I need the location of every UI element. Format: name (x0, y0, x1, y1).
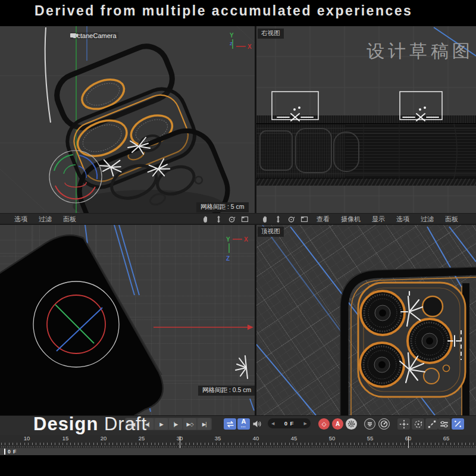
title-bar: Derived from multiple accumulated experi… (0, 0, 476, 26)
move-cross-icon (399, 419, 409, 429)
autokey-label: A (242, 419, 246, 424)
video-camera-icon (70, 32, 79, 39)
white-spline (45, 27, 51, 123)
pan-hand-icon[interactable] (261, 215, 269, 223)
play-button[interactable]: ▶ (155, 418, 168, 430)
move-tool-button[interactable] (397, 418, 410, 430)
maximize-view-icon[interactable] (241, 215, 249, 223)
scale-box-icon (427, 419, 437, 429)
speaker-icon (252, 420, 261, 428)
viewport-top-view[interactable]: 顶视图 (256, 225, 476, 415)
viewport-perspective[interactable]: Y X Z OctaneCamera 网格间距 : 5 cm (0, 26, 255, 213)
dolly-zoom-icon[interactable] (274, 215, 282, 223)
svg-text:Y: Y (226, 236, 230, 243)
ruler-tick: 45 (291, 435, 298, 441)
camera-label[interactable]: OctaneCamera (70, 32, 118, 39)
grid-spacing-label: 网格间距 : 5 cm (196, 202, 249, 212)
keying-settings-button[interactable] (346, 418, 357, 430)
frame-marker-line[interactable] (180, 436, 180, 448)
brand-light: Draft (98, 414, 147, 434)
lens-top-left (361, 291, 405, 335)
scale-tool-button[interactable] (425, 418, 438, 430)
timeline-frame-row[interactable]: 0 F (0, 448, 476, 455)
goto-end-button[interactable]: ▶| (198, 418, 211, 430)
viewport-back-view[interactable]: Y X Z 网格间距 : 0.5 cm (0, 225, 255, 415)
next-frame-button[interactable]: |▶ (169, 418, 182, 430)
lidar-circle (422, 296, 443, 317)
right-view-menubar: 查看 摄像机 显示 选项 过滤 面板 (256, 214, 476, 225)
lens-bottom-left (360, 343, 404, 387)
layer-settings-button[interactable] (438, 418, 450, 430)
brand-bold: Design (33, 414, 98, 434)
axis-triad: Y X Z (226, 236, 248, 262)
frame-increment[interactable]: ▶ (304, 421, 307, 426)
current-frame-handle[interactable] (4, 449, 5, 455)
current-frame-label: 0 F (8, 449, 17, 455)
rotate-view-icon[interactable] (228, 215, 236, 223)
ruler-tick: 20 (101, 435, 107, 441)
bottom-spacer (0, 455, 476, 476)
timeline-ruler[interactable]: 10 15 20 25 30 35 40 45 50 55 60 65 (0, 435, 476, 448)
rotate-tool-button[interactable] (412, 418, 424, 430)
viewport-menubar: 选项 过滤 面板 查看 摄像机 显示 选项 过滤 面板 (0, 213, 476, 224)
menu-options[interactable]: 选项 (14, 215, 27, 224)
cycle-arrows-icon (226, 421, 234, 428)
svg-text:Z: Z (230, 41, 233, 46)
maximize-view-icon[interactable] (300, 215, 308, 223)
axis-triad: Y X Z (230, 32, 252, 50)
flash-circle (424, 368, 439, 384)
viewport-name-label[interactable]: 顶视图 (258, 227, 284, 237)
perspective-menubar: 选项 过滤 面板 (0, 214, 255, 225)
ruler-tick: 25 (139, 435, 145, 441)
phone-body[interactable] (0, 235, 163, 415)
dolly-zoom-icon[interactable] (215, 215, 223, 223)
menu-filter[interactable]: 过滤 (39, 215, 52, 224)
ruler-tickmarks (0, 443, 476, 448)
c4d-workspace: Derived from multiple accumulated experi… (0, 0, 476, 476)
coord-system-button[interactable] (452, 418, 464, 430)
autokey-button[interactable]: A ▪▪▪ (237, 418, 250, 430)
render-button[interactable] (364, 418, 375, 430)
ruler-tick: 65 (443, 435, 450, 441)
sound-button[interactable] (250, 418, 263, 430)
next-key-button[interactable]: ▶◇ (183, 418, 196, 430)
viewport-name-label[interactable]: 右视图 (258, 29, 284, 39)
menu-panel[interactable]: 面板 (445, 215, 458, 224)
menu-cameras[interactable]: 摄像机 (341, 215, 361, 224)
ruler-tick: 15 (62, 435, 69, 441)
autokey-red-button[interactable]: A (332, 418, 343, 430)
loop-playback-button[interactable] (224, 418, 236, 430)
perspective-scene: Y X Z (0, 26, 255, 213)
lens-right (408, 319, 452, 363)
svg-text:Z: Z (226, 255, 230, 262)
menu-panel[interactable]: 面板 (63, 215, 76, 224)
diagonal-line-icon (453, 419, 462, 428)
exploded-phone-case (36, 36, 236, 213)
ruler-tick: 10 (24, 435, 30, 441)
current-frame-spinner[interactable]: ◀ 0 F ▶ (268, 418, 311, 428)
record-keyframe-button[interactable]: ◇ (318, 418, 330, 430)
frame-value: 0 F (284, 420, 295, 427)
rotate-view-icon[interactable] (287, 215, 295, 223)
mic-circle (443, 365, 450, 372)
frame-marker-line[interactable] (408, 436, 409, 448)
pan-hand-icon[interactable] (202, 215, 209, 223)
brand-text: Design Draft (33, 414, 147, 435)
autokey-a-label: A (336, 421, 340, 427)
svg-text:X: X (244, 236, 248, 243)
gauge-icon (380, 420, 388, 428)
sparkle-scribble (236, 356, 248, 378)
sliders-icon (439, 419, 449, 429)
render-settings-button[interactable] (378, 418, 390, 430)
menu-options[interactable]: 选项 (396, 215, 409, 224)
keyframe-diamond-icon: ◇ (322, 421, 327, 427)
gear-icon (347, 420, 355, 428)
timeline-controlbar: Design Draft |◀ ◀| ▶ |▶ ▶◇ ▶| A ▪▪▪ ◀ (0, 415, 476, 435)
frame-decrement[interactable]: ◀ (271, 421, 274, 426)
ruler-tick: 40 (253, 435, 259, 441)
menu-filter[interactable]: 过滤 (421, 215, 434, 224)
menu-display[interactable]: 显示 (372, 215, 385, 224)
menu-view[interactable]: 查看 (317, 215, 330, 224)
viewport-right-view[interactable]: 右视图 设计草稿图 (256, 26, 476, 213)
autokey-dots: ▪▪▪ (241, 424, 246, 430)
